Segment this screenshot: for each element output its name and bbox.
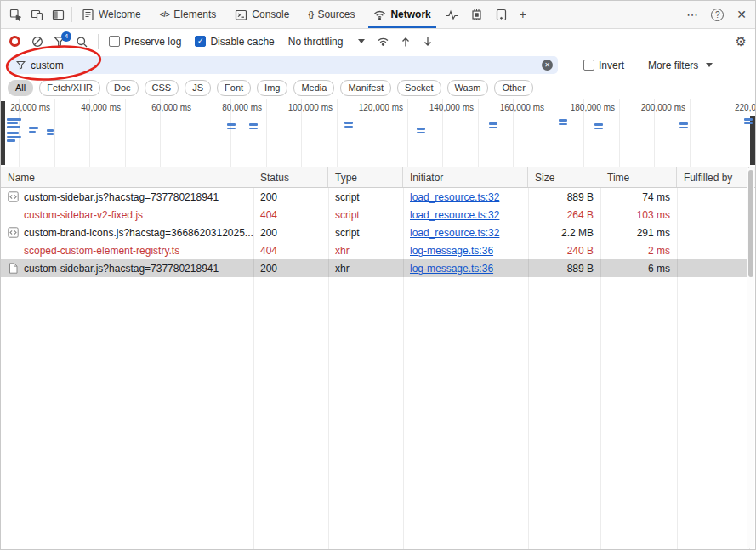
column-header-status[interactable]: Status xyxy=(253,167,328,187)
console-icon xyxy=(235,9,247,21)
request-name: custom-brand-icons.js?hacstag=3668620312… xyxy=(24,227,253,239)
chip-media[interactable]: Media xyxy=(293,80,334,96)
network-settings-gear-icon[interactable]: ⚙ xyxy=(736,35,747,48)
overview-graph[interactable]: 20,000 ms40,000 ms60,000 ms80,000 ms100,… xyxy=(1,99,755,167)
network-conditions-icon[interactable] xyxy=(377,35,389,48)
throttling-select[interactable]: No throttling xyxy=(288,36,366,48)
request-size: 240 B xyxy=(528,245,600,257)
clear-log-icon[interactable] xyxy=(31,36,43,48)
filter-input[interactable] xyxy=(31,60,537,71)
request-type: script xyxy=(328,191,403,203)
tab-welcome[interactable]: Welcome xyxy=(72,1,151,28)
record-button[interactable] xyxy=(9,36,20,47)
chip-js[interactable]: JS xyxy=(185,80,211,96)
device-emulation-icon[interactable] xyxy=(31,9,43,21)
performance-icon[interactable] xyxy=(446,9,458,21)
disable-cache-checkbox[interactable]: Disable cache xyxy=(195,36,274,48)
request-size: 889 B xyxy=(528,191,600,203)
more-filters-button[interactable]: More filters xyxy=(648,60,713,71)
chip-manifest[interactable]: Manifest xyxy=(340,80,391,96)
tab-network[interactable]: Network xyxy=(364,1,440,28)
request-initiator-link[interactable]: load_resource.ts:32 xyxy=(410,209,499,221)
column-header-name[interactable]: Name xyxy=(1,167,253,187)
checkbox-box xyxy=(583,60,594,71)
network-activity-mark xyxy=(344,122,353,124)
vertical-scrollbar[interactable] xyxy=(747,168,754,548)
memory-icon[interactable] xyxy=(470,9,483,21)
chip-other[interactable]: Other xyxy=(494,80,533,96)
overview-handle-left[interactable] xyxy=(1,101,5,165)
filter-toggle-button[interactable]: 4 xyxy=(54,36,65,48)
export-har-icon[interactable] xyxy=(422,36,434,48)
network-toolbar: 4 Preserve log Disable cache No throttli… xyxy=(1,29,755,54)
chip-fetch-xhr[interactable]: Fetch/XHR xyxy=(39,80,100,96)
chip-all[interactable]: All xyxy=(8,80,33,96)
inspect-icon[interactable] xyxy=(9,9,22,21)
column-header-initiator[interactable]: Initiator xyxy=(403,167,528,187)
request-status: 404 xyxy=(253,245,328,257)
scrollbar-thumb[interactable] xyxy=(748,170,753,277)
request-time: 103 ms xyxy=(600,209,677,221)
network-activity-mark xyxy=(489,127,497,129)
network-activity-mark xyxy=(227,123,236,126)
clear-filter-icon[interactable]: ✕ xyxy=(542,60,553,71)
close-icon[interactable]: ✕ xyxy=(736,9,747,20)
network-activity-mark xyxy=(7,139,15,142)
tabbar-right-controls: ⋯ ? ✕ xyxy=(686,9,755,21)
request-initiator-link[interactable]: log-message.ts:36 xyxy=(410,263,493,275)
chip-img[interactable]: Img xyxy=(257,80,287,96)
chip-css[interactable]: CSS xyxy=(145,80,179,96)
invert-checkbox[interactable]: Invert xyxy=(583,60,624,71)
request-size: 2.2 MB xyxy=(528,227,600,239)
column-header-fulfilled-by[interactable]: Fulfilled by xyxy=(677,167,749,187)
request-row[interactable]: scoped-custom-element-registry.ts 404 xh… xyxy=(1,241,749,259)
column-header-size[interactable]: Size xyxy=(528,167,600,187)
column-header-type[interactable]: Type xyxy=(328,167,403,187)
focus-panel-icon[interactable] xyxy=(52,9,65,21)
network-activity-mark xyxy=(559,123,567,126)
request-row[interactable]: custom-brand-icons.js?hacstag=3668620312… xyxy=(1,224,749,241)
filter-count-badge: 4 xyxy=(61,31,71,42)
more-options-icon[interactable]: ⋯ xyxy=(686,9,698,20)
devtools-window: Welcome </> Elements Console {} Sources … xyxy=(0,0,756,550)
request-row[interactable]: custom-sidebar.js?hacstag=737780218941 2… xyxy=(1,259,749,277)
request-time: 6 ms xyxy=(600,263,677,275)
request-type: script xyxy=(328,227,403,239)
request-size: 889 B xyxy=(528,263,600,275)
network-activity-mark xyxy=(744,118,753,121)
request-initiator-link[interactable]: load_resource.ts:32 xyxy=(410,191,499,203)
network-activity-mark xyxy=(7,126,20,128)
request-initiator-link[interactable]: log-message.ts:36 xyxy=(410,245,493,257)
help-icon[interactable]: ? xyxy=(711,9,724,21)
request-row[interactable]: custom-sidebar-v2-fixed.js 404 script lo… xyxy=(1,206,749,224)
request-size: 264 B xyxy=(528,209,600,221)
tab-label: Sources xyxy=(317,9,355,20)
disable-cache-label: Disable cache xyxy=(210,36,274,48)
overview-tick-label: 100,000 ms xyxy=(288,103,333,112)
tab-sources[interactable]: {} Sources xyxy=(298,1,364,28)
request-initiator-link[interactable]: load_resource.ts:32 xyxy=(410,227,499,239)
overview-gridline xyxy=(549,99,549,167)
application-icon[interactable] xyxy=(495,9,508,21)
import-har-icon[interactable] xyxy=(400,36,412,48)
chip-wasm[interactable]: Wasm xyxy=(447,80,489,96)
overview-gridline xyxy=(125,99,126,167)
chip-doc[interactable]: Doc xyxy=(106,80,139,96)
network-activity-mark xyxy=(47,129,54,132)
elements-icon: </> xyxy=(160,10,170,19)
request-time: 74 ms xyxy=(600,191,677,203)
overview-tick-label: 160,000 ms xyxy=(500,103,544,112)
preserve-log-checkbox[interactable]: Preserve log xyxy=(109,36,181,48)
tab-elements[interactable]: </> Elements xyxy=(151,1,226,28)
tab-console[interactable]: Console xyxy=(225,1,298,28)
network-activity-mark xyxy=(47,133,54,136)
request-row[interactable]: custom-sidebar.js?hacstag=737780218941 2… xyxy=(1,188,749,206)
overview-gridline xyxy=(337,99,338,167)
search-icon[interactable] xyxy=(76,36,88,48)
chip-font[interactable]: Font xyxy=(217,80,251,96)
add-panel-icon[interactable]: + xyxy=(520,9,526,20)
filter-funnel-icon xyxy=(16,60,26,70)
chip-socket[interactable]: Socket xyxy=(397,80,441,96)
filter-field[interactable]: ✕ xyxy=(9,56,558,74)
column-header-time[interactable]: Time xyxy=(600,167,677,187)
